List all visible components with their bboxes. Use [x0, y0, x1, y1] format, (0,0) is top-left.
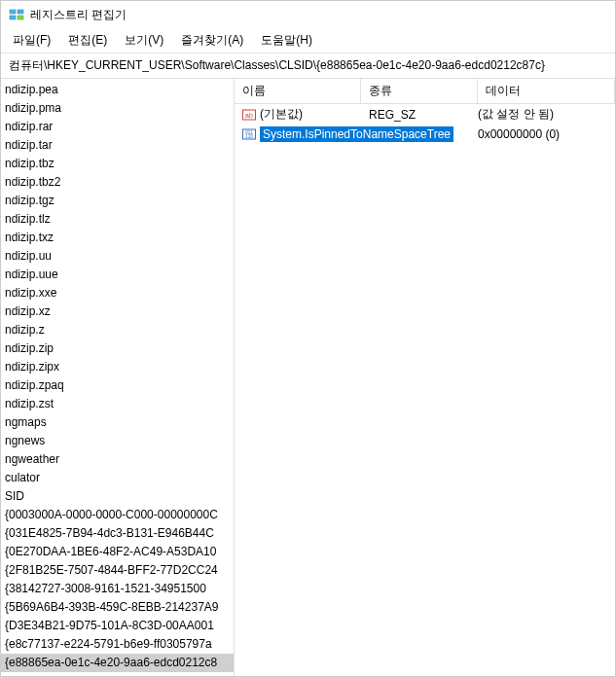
tree-item[interactable]: {e8c77137-e224-5791-b6e9-ff0305797a — [1, 635, 234, 654]
tree-item[interactable]: ngmaps — [1, 413, 234, 432]
string-value-icon: ab — [242, 108, 256, 122]
tree-item[interactable]: ndizip.tlz — [1, 210, 234, 229]
titlebar: 레지스트리 편집기 — [1, 1, 615, 28]
value-name-text: (기본값) — [260, 106, 303, 123]
address-bar[interactable]: 컴퓨터\HKEY_CURRENT_USER\Software\Classes\C… — [1, 53, 615, 79]
svg-rect-3 — [18, 16, 23, 19]
tree-item[interactable]: ndizip.uue — [1, 266, 234, 284]
tree-item[interactable]: ndizip.tgz — [1, 192, 234, 210]
binary-value-icon: 011110 — [242, 127, 256, 141]
svg-text:110: 110 — [245, 134, 253, 139]
column-type[interactable]: 종류 — [361, 79, 478, 103]
tree-item[interactable]: ndizip.tbz2 — [1, 173, 234, 192]
value-row[interactable]: 011110System.IsPinnedToNameSpaceTree0x00… — [235, 125, 615, 144]
tree-item[interactable]: ndizip.rar — [1, 118, 234, 136]
tree-item[interactable]: ndizip.z — [1, 321, 234, 339]
menu-view[interactable]: 보기(V) — [117, 30, 171, 51]
tree-item[interactable]: {0E270DAA-1BE6-48F2-AC49-A53DA10 — [1, 543, 234, 561]
value-data-cell: 0x00000000 (0) — [478, 126, 615, 142]
value-name-cell: 011110System.IsPinnedToNameSpaceTree — [235, 125, 478, 143]
column-data[interactable]: 데이터 — [478, 79, 615, 103]
svg-rect-2 — [10, 16, 16, 19]
value-type-cell: REG_SZ — [361, 107, 478, 123]
svg-text:ab: ab — [245, 112, 253, 119]
value-name-cell: ab(기본값) — [235, 105, 361, 124]
tree-item[interactable]: ndizip.zip — [1, 339, 234, 358]
tree-item[interactable]: {2F81B25E-7507-4844-BFF2-77D2CC24 — [1, 561, 234, 580]
tree-item[interactable]: ndizip.pma — [1, 99, 234, 118]
tree-item[interactable]: culator — [1, 469, 234, 487]
column-headers: 이름 종류 데이터 — [235, 79, 615, 104]
menu-help[interactable]: 도움말(H) — [253, 30, 320, 51]
column-name[interactable]: 이름 — [235, 79, 361, 103]
window-title: 레지스트리 편집기 — [30, 7, 127, 23]
menu-bar: 파일(F) 편집(E) 보기(V) 즐겨찾기(A) 도움말(H) — [1, 28, 615, 53]
tree-item[interactable]: ndizip.tbz — [1, 155, 234, 173]
svg-rect-1 — [18, 10, 23, 14]
tree-item[interactable]: {e88865ea-0e1c-4e20-9aa6-edcd0212c8 — [1, 654, 234, 672]
app-icon — [9, 7, 24, 22]
tree-item[interactable]: {0003000A-0000-0000-C000-00000000C — [1, 506, 234, 524]
tree-item[interactable]: ngweather — [1, 450, 234, 469]
value-row[interactable]: ab(기본값)REG_SZ(값 설정 안 됨) — [235, 104, 615, 125]
menu-edit[interactable]: 편집(E) — [60, 30, 115, 51]
tree-item[interactable]: {D3E34B21-9D75-101A-8C3D-00AA001 — [1, 617, 234, 635]
tree-view[interactable]: ndizip.peandizip.pmandizip.rarndizip.tar… — [1, 79, 235, 677]
tree-item[interactable]: ndizip.txz — [1, 229, 234, 247]
tree-item[interactable]: ndizip.zst — [1, 395, 234, 413]
tree-item[interactable]: ndizip.tar — [1, 136, 234, 155]
main-area: ndizip.peandizip.pmandizip.rarndizip.tar… — [1, 79, 615, 677]
tree-item[interactable]: ndizip.zpaq — [1, 376, 234, 395]
value-name-text[interactable]: System.IsPinnedToNameSpaceTree — [260, 126, 453, 142]
value-list-pane: 이름 종류 데이터 ab(기본값)REG_SZ(값 설정 안 됨)011110S… — [235, 79, 615, 677]
tree-item[interactable]: ndizip.xxe — [1, 284, 234, 303]
tree-item[interactable]: SID — [1, 487, 234, 506]
tree-item[interactable]: {031E4825-7B94-4dc3-B131-E946B44C — [1, 524, 234, 543]
tree-item[interactable]: ngnews — [1, 432, 234, 450]
svg-rect-0 — [10, 10, 16, 14]
tree-item[interactable]: m.clipchamp.app — [1, 672, 234, 677]
tree-item[interactable]: ndizip.zipx — [1, 358, 234, 376]
tree-item[interactable]: ndizip.pea — [1, 81, 234, 99]
tree-item[interactable]: {38142727-3008-9161-1521-34951500 — [1, 580, 234, 598]
value-data-cell: (값 설정 안 됨) — [478, 105, 615, 124]
tree-item[interactable]: {5B69A6B4-393B-459C-8EBB-214237A9 — [1, 598, 234, 617]
tree-item[interactable]: ndizip.xz — [1, 303, 234, 321]
value-list: ab(기본값)REG_SZ(값 설정 안 됨)011110System.IsPi… — [235, 104, 615, 144]
menu-favorites[interactable]: 즐겨찾기(A) — [173, 30, 251, 51]
tree-item[interactable]: ndizip.uu — [1, 247, 234, 266]
menu-file[interactable]: 파일(F) — [5, 30, 58, 51]
